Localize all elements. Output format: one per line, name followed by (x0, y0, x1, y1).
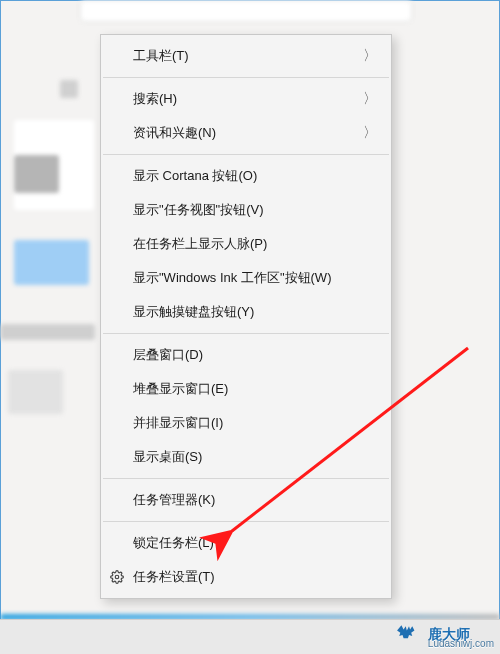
watermark: 鹿大师 Ludashiwj.com (396, 623, 494, 652)
menu-item-news[interactable]: 资讯和兴趣(N)〉 (101, 116, 391, 150)
chevron-right-icon: 〉 (363, 47, 377, 65)
chevron-right-icon: 〉 (363, 124, 377, 142)
menu-item-label: 工具栏(T) (133, 47, 355, 65)
bg-selection (14, 240, 89, 285)
menu-item-label: 在任务栏上显示人脉(P) (133, 235, 377, 253)
menu-separator (103, 333, 389, 334)
menu-item-label: 显示触摸键盘按钮(Y) (133, 303, 377, 321)
menu-item-cortana[interactable]: 显示 Cortana 按钮(O) (101, 159, 391, 193)
watermark-url: Ludashiwj.com (428, 639, 494, 649)
menu-item-showdesktop[interactable]: 显示桌面(S) (101, 440, 391, 474)
menu-item-taskbarsettings[interactable]: 任务栏设置(T) (101, 560, 391, 594)
menu-item-label: 显示"任务视图"按钮(V) (133, 201, 377, 219)
bg-thumb (14, 155, 59, 193)
menu-item-locktaskbar[interactable]: 锁定任务栏(L) (101, 526, 391, 560)
svg-point-0 (115, 575, 119, 579)
menu-item-label: 堆叠显示窗口(E) (133, 380, 377, 398)
deer-icon (396, 623, 422, 652)
menu-item-label: 显示"Windows Ink 工作区"按钮(W) (133, 269, 377, 287)
screenshot-stage: 工具栏(T)〉搜索(H)〉资讯和兴趣(N)〉显示 Cortana 按钮(O)显示… (0, 0, 500, 654)
chevron-right-icon: 〉 (363, 90, 377, 108)
menu-item-label: 任务管理器(K) (133, 491, 377, 509)
bg-dot (60, 80, 78, 98)
menu-separator (103, 77, 389, 78)
menu-item-label: 锁定任务栏(L) (133, 534, 377, 552)
menu-item-cascade[interactable]: 层叠窗口(D) (101, 338, 391, 372)
gear-icon (109, 569, 125, 585)
menu-item-toolbars[interactable]: 工具栏(T)〉 (101, 39, 391, 73)
menu-item-people[interactable]: 在任务栏上显示人脉(P) (101, 227, 391, 261)
taskbar-context-menu: 工具栏(T)〉搜索(H)〉资讯和兴趣(N)〉显示 Cortana 按钮(O)显示… (100, 34, 392, 599)
menu-separator (103, 154, 389, 155)
menu-item-taskmanager[interactable]: 任务管理器(K) (101, 483, 391, 517)
menu-separator (103, 478, 389, 479)
menu-item-label: 资讯和兴趣(N) (133, 124, 355, 142)
menu-separator (103, 521, 389, 522)
bg-strip (0, 324, 95, 340)
menu-item-label: 层叠窗口(D) (133, 346, 377, 364)
menu-item-label: 搜索(H) (133, 90, 355, 108)
menu-item-label: 任务栏设置(T) (133, 568, 377, 586)
menu-item-ink[interactable]: 显示"Windows Ink 工作区"按钮(W) (101, 261, 391, 295)
menu-item-label: 显示 Cortana 按钮(O) (133, 167, 377, 185)
menu-item-label: 显示桌面(S) (133, 448, 377, 466)
menu-item-touchkbd[interactable]: 显示触摸键盘按钮(Y) (101, 295, 391, 329)
menu-item-taskview[interactable]: 显示"任务视图"按钮(V) (101, 193, 391, 227)
menu-item-sidebyside[interactable]: 并排显示窗口(I) (101, 406, 391, 440)
menu-item-search[interactable]: 搜索(H)〉 (101, 82, 391, 116)
menu-item-stacked[interactable]: 堆叠显示窗口(E) (101, 372, 391, 406)
bg-icon (8, 370, 63, 414)
bg-window-top (80, 0, 412, 22)
menu-item-label: 并排显示窗口(I) (133, 414, 377, 432)
